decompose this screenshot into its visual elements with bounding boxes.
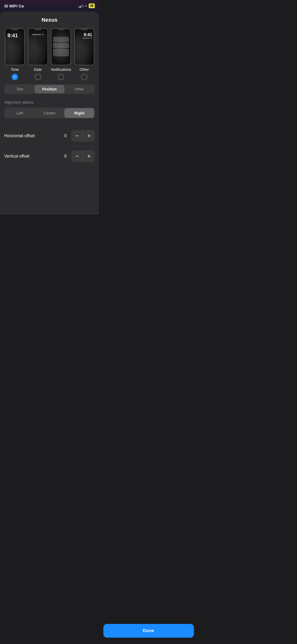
horizontal-offset-value: 0 [63,134,68,138]
preview-label-other: Other [80,67,89,72]
wifi-icon: ≈ [85,4,87,8]
horizontal-increment-button[interactable]: + [83,130,95,142]
phone-frame-notifications [51,28,71,65]
phone-notch [34,29,42,30]
notifications-preview [53,37,69,56]
tab-segment-control: Text Position Other [4,84,95,94]
vertical-offset-label: Vertical offset [4,154,30,159]
preview-label-notifications: Notifications [51,67,71,72]
align-left-button[interactable]: Left [5,108,35,118]
vertical-offset-controls: 0 − + [63,150,95,162]
phone-notch [11,29,18,30]
align-centre-button[interactable]: Centre [35,108,64,118]
alignment-section-label: Alignment options [4,100,95,104]
phone-frame-date: September 12 [28,28,48,65]
preview-label-time: Time [11,67,19,72]
phone-frame-time: 9:41 [5,28,25,65]
tab-text[interactable]: Text [5,85,35,93]
horizontal-offset-row: Horizontal offset 0 − + [4,126,95,146]
tab-other[interactable]: Other [64,85,94,93]
battery-indicator: 38 [89,3,95,8]
phone-notch [81,29,88,30]
preview-item-time[interactable]: 9:41 Time [4,28,25,80]
phone-frame-other: 9:41 September 12 [74,28,94,65]
bottom-sheet: Nexus 9:41 Time September 12 Date [0,12,99,215]
radio-notifications[interactable] [58,74,64,80]
vertical-offset-value: 0 [63,154,68,159]
status-bar-right: ≈ 38 [79,3,95,8]
date-preview-text: September 12 [32,34,44,35]
preview-item-date[interactable]: September 12 Date [27,28,49,80]
signal-icon [79,4,83,8]
align-right-button[interactable]: Right [64,108,94,118]
phone-notch [57,29,65,30]
preview-item-notifications[interactable]: Notifications [51,28,72,80]
radio-time[interactable] [12,74,18,80]
sheet-title: Nexus [4,17,95,23]
preview-label-date: Date [34,67,42,72]
preview-item-other[interactable]: 9:41 September 12 Other [74,28,95,80]
vertical-decrement-button[interactable]: − [71,150,83,162]
radio-date[interactable] [35,74,41,80]
vertical-increment-button[interactable]: + [83,150,95,162]
vertical-offset-stepper: − + [71,150,95,162]
tab-position[interactable]: Position [35,85,64,93]
horizontal-offset-label: Horizontal offset [4,134,35,138]
status-bar: iD WiFi Ca ≈ 38 [0,0,99,12]
phone-previews-row: 9:41 Time September 12 Date [4,28,95,80]
time-preview-text: 9:41 [7,33,18,39]
carrier-label: iD WiFi Ca [4,4,24,8]
timedate-preview: 9:41 September 12 [82,33,92,39]
battery-level: 38 [90,4,93,8]
alignment-control: Left Centre Right [4,108,95,118]
horizontal-decrement-button[interactable]: − [71,130,83,142]
radio-other[interactable] [81,74,87,80]
horizontal-offset-stepper: − + [71,130,95,142]
horizontal-offset-controls: 0 − + [63,130,95,142]
vertical-offset-row: Vertical offset 0 − + [4,146,95,166]
